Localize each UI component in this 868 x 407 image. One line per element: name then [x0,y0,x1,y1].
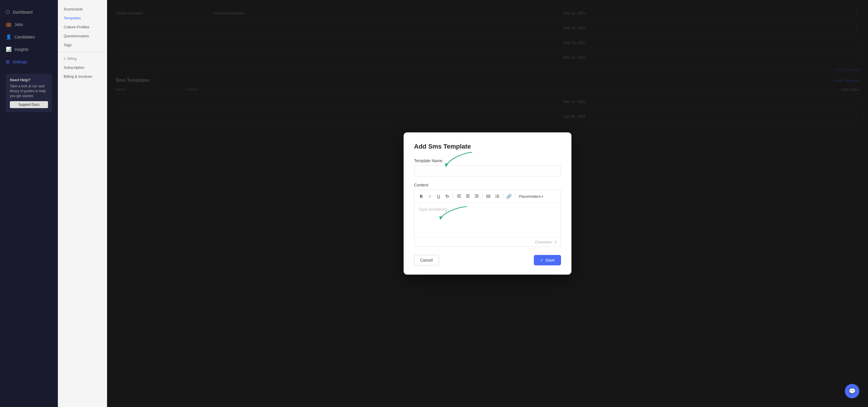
svg-point-12 [486,196,487,197]
toolbar-align-right-button[interactable] [472,192,480,200]
modal-title: Add Sms Template [414,143,561,150]
sub-sidebar-item-subscription[interactable]: Subscription [58,63,107,72]
toolbar-separator-2 [482,193,483,199]
toolbar-italic-button[interactable]: i [426,192,434,200]
sub-sidebar-billing-section: ≡ Billing [58,54,107,63]
sidebar-item-jobs[interactable]: 💼 Jobs [0,18,58,31]
sub-sidebar-item-billing-invoices[interactable]: Billing & Invoices [58,72,107,81]
sub-sidebar-item-scorecards[interactable]: Scorecards [58,5,107,13]
sub-sidebar-label-tags: Tags [64,43,71,47]
settings-icon: ⊞ [6,59,9,64]
jobs-icon: 💼 [6,22,11,27]
sidebar-item-candidates[interactable]: 👤 Candidates [0,31,58,43]
chevron-down-icon: ▾ [541,195,543,198]
sub-sidebar-label-billing-invoices: Billing & Invoices [64,74,92,79]
editor-body[interactable]: Type something [414,203,561,238]
billing-icon: ≡ [64,57,66,61]
modal-dialog: Add Sms Template Template Name Content B… [404,132,571,275]
chat-bubble[interactable]: 💬 [845,384,859,398]
sidebar-item-insights[interactable]: 📊 Insights [0,43,58,56]
sub-sidebar-label-scorecards: Scorecards [64,7,83,11]
sub-sidebar-label-subscription: Subscription [64,65,85,70]
toolbar-ordered-list-button[interactable]: 1.2.3. [493,192,501,200]
toolbar-underline-button[interactable]: U [435,192,443,200]
content-label: Content [414,183,561,187]
toolbar-bold-button[interactable]: B [417,192,425,200]
sub-sidebar: Scorecards Templates Culture Profiles Qu… [58,0,107,407]
sidebar-label-insights: Insights [14,47,28,52]
modal-overlay[interactable]: Add Sms Template Template Name Content B… [107,0,868,407]
modal-footer: Cancel ✓ Save [414,255,561,265]
toolbar-separator-1 [453,193,454,199]
character-count: Characters : 0 [535,240,557,244]
toolbar-align-center-button[interactable] [464,192,472,200]
save-label: Save [546,258,555,263]
sub-sidebar-label-culture: Culture Profiles [64,25,89,29]
sub-sidebar-item-tags[interactable]: Tags [58,40,107,49]
editor-toolbar: B i U ¶ ▾ [414,190,561,203]
toolbar-paragraph-button[interactable]: ¶ ▾ [443,192,452,200]
editor-container: B i U ¶ ▾ [414,190,561,247]
svg-text:3.: 3. [495,197,496,198]
template-name-label: Template Name [414,159,561,163]
chat-icon: 💬 [848,387,856,395]
help-box: Need Help? Take a look at our vast libra… [6,74,52,112]
dashboard-icon: ⬡ [6,9,10,15]
sub-sidebar-divider [58,52,107,52]
sidebar-label-dashboard: Dashboard [13,10,33,14]
sub-sidebar-item-culture[interactable]: Culture Profiles [58,23,107,32]
toolbar-separator-3 [503,193,503,199]
candidates-icon: 👤 [6,34,11,40]
toolbar-align-left-button[interactable] [455,192,463,200]
svg-point-10 [486,195,487,196]
sidebar-label-settings: Settings [12,60,27,64]
cancel-button[interactable]: Cancel [414,255,439,265]
sub-sidebar-label-questionnaires: Questionnaires [64,34,89,38]
sidebar-item-settings[interactable]: ⊞ Settings [0,56,58,68]
sidebar-label-jobs: Jobs [14,22,23,27]
sidebar-label-candidates: Candidates [14,35,35,39]
sidebar: ⬡ Dashboard 💼 Jobs 👤 Candidates 📊 Insigh… [0,0,58,407]
save-button[interactable]: ✓ Save [534,255,561,265]
toolbar-link-button[interactable]: 🔗 [505,192,513,200]
checkmark-icon: ✓ [540,258,544,263]
sub-sidebar-label-templates: Templates [64,16,81,20]
sub-sidebar-item-templates[interactable]: Templates [58,13,107,23]
insights-icon: 📊 [6,46,11,52]
help-text: Take a look at our vast library of guide… [10,84,48,98]
editor-footer: Characters : 0 [414,238,561,246]
toolbar-placeholders-button[interactable]: Placeholders ▾ [517,193,546,200]
main-content: Onsite Interview Interview Request Sep 1… [107,0,868,407]
help-title: Need Help? [10,78,48,82]
sub-sidebar-item-questionnaires[interactable]: Questionnaires [58,32,107,40]
editor-placeholder: Type something [418,207,447,212]
sidebar-item-dashboard[interactable]: ⬡ Dashboard [0,6,58,18]
svg-point-14 [486,197,487,198]
toolbar-bullet-list-button[interactable] [484,192,492,200]
template-name-input[interactable] [414,165,561,176]
support-docs-link[interactable]: Support Docs [10,101,48,108]
